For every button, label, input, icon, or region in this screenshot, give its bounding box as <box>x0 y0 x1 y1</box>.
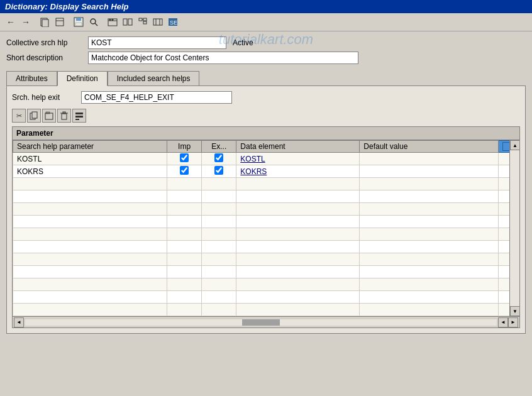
scroll-up-btn[interactable]: ▲ <box>510 140 519 150</box>
cell-param: KOKRS <box>13 165 167 178</box>
cell-exp <box>202 190 236 203</box>
cell-default-value <box>360 266 499 278</box>
cut-btn[interactable]: ✂ <box>12 109 26 123</box>
cell-param: KOSTL <box>13 153 167 165</box>
cell-exp <box>202 253 236 266</box>
svg-text:SE: SE <box>170 19 177 26</box>
vertical-scrollbar[interactable]: ▲ ▼ <box>509 140 519 316</box>
cell-imp <box>167 216 202 228</box>
horizontal-scrollbar[interactable]: ◄ ◄ ► <box>13 316 519 327</box>
new-session-btn[interactable] <box>38 15 52 29</box>
more-btn[interactable] <box>72 109 86 123</box>
tab-included-search-helps[interactable]: Included search helps <box>108 71 200 86</box>
exp-checkbox[interactable] <box>214 153 223 162</box>
cell-exp <box>202 266 236 278</box>
short-description-label: Short description <box>6 53 88 62</box>
tree-btn[interactable] <box>136 15 150 29</box>
imp-checkbox[interactable] <box>180 166 189 175</box>
data-element-link[interactable]: KOSTL <box>240 155 265 163</box>
cell-exp <box>202 291 236 304</box>
svg-point-7 <box>91 19 96 24</box>
parameter-table-section: Parameter Search help parameter Imp Ex..… <box>12 126 520 328</box>
cell-default-value <box>360 304 499 316</box>
short-description-input[interactable] <box>88 52 358 64</box>
scroll-right-last-btn[interactable]: ► <box>508 317 518 327</box>
cell-data-element <box>236 190 360 203</box>
svg-rect-16 <box>143 21 147 24</box>
main-toolbar: ← → SE tutorialkart.com <box>0 13 532 31</box>
cell-data-element <box>236 216 360 228</box>
scroll-down-btn[interactable]: ▼ <box>510 306 519 316</box>
table-row: KOKRSKOKRS <box>13 165 519 178</box>
tab-definition[interactable]: Definition <box>57 71 108 86</box>
cell-default-value <box>360 216 499 228</box>
cell-imp <box>167 228 202 241</box>
cell-param <box>13 291 167 304</box>
exp-checkbox[interactable] <box>214 166 223 175</box>
cell-imp <box>167 190 202 203</box>
cell-imp <box>167 178 202 190</box>
table-row <box>13 216 519 228</box>
svg-rect-25 <box>32 112 37 118</box>
cell-param <box>13 216 167 228</box>
table-row <box>13 278 519 291</box>
svg-rect-5 <box>76 18 81 21</box>
cell-default-value <box>360 203 499 216</box>
data-element-link[interactable]: KOKRS <box>240 167 267 176</box>
cell-imp <box>167 203 202 216</box>
table-row <box>13 190 519 203</box>
status-text: Active <box>233 38 253 47</box>
close-mode-btn[interactable] <box>53 15 67 29</box>
title-text: Dictionary: Display Search Help <box>5 2 129 11</box>
cell-exp <box>202 178 236 190</box>
scroll-track-v <box>510 150 519 306</box>
scroll-right-first-btn[interactable]: ◄ <box>498 317 508 327</box>
collective-srch-hlp-input[interactable] <box>88 36 226 49</box>
delete-btn[interactable] <box>57 109 71 123</box>
find-btn[interactable] <box>87 15 101 29</box>
table-row <box>13 266 519 278</box>
cell-imp <box>167 253 202 266</box>
save-btn[interactable] <box>72 15 86 29</box>
cell-data-element: KOKRS <box>236 165 360 178</box>
back-btn[interactable]: ← <box>4 15 18 29</box>
svg-rect-13 <box>123 19 127 25</box>
cell-imp <box>167 165 202 178</box>
cell-exp <box>202 216 236 228</box>
cell-default-value <box>360 190 499 203</box>
tab-attributes[interactable]: Attributes <box>6 71 57 86</box>
cell-data-element <box>236 291 360 304</box>
cell-exp <box>202 228 236 241</box>
cell-exp <box>202 304 236 316</box>
cell-data-element <box>236 266 360 278</box>
table-row <box>13 203 519 216</box>
srch-help-exit-input[interactable] <box>81 91 232 104</box>
paste-btn[interactable] <box>42 109 56 123</box>
svg-point-12 <box>112 19 114 21</box>
main-content: Collective srch hlp Active Short descrip… <box>0 31 532 339</box>
forward-btn[interactable]: → <box>19 15 33 29</box>
parameter-section-header: Parameter <box>13 127 519 140</box>
table-wrapper: Search help parameter Imp Ex... Data ele… <box>13 140 519 316</box>
type-btn[interactable]: SE <box>166 15 180 29</box>
settings2-btn[interactable] <box>151 15 165 29</box>
tab-container: Attributes Definition Included search he… <box>6 70 526 334</box>
cell-default-value <box>360 165 499 178</box>
cell-param <box>13 253 167 266</box>
table-row <box>13 241 519 253</box>
scroll-left-btn[interactable]: ◄ <box>14 317 24 327</box>
info-btn[interactable] <box>106 15 119 29</box>
collective-srch-hlp-label: Collective srch hlp <box>6 38 88 47</box>
copy-btn[interactable] <box>27 109 41 123</box>
svg-rect-1 <box>42 19 48 27</box>
cell-default-value <box>360 291 499 304</box>
imp-checkbox[interactable] <box>180 153 189 162</box>
layout-btn[interactable] <box>121 15 135 29</box>
cell-default-value <box>360 228 499 241</box>
cell-default-value <box>360 153 499 165</box>
svg-point-11 <box>109 19 111 21</box>
scroll-track-h <box>25 319 497 326</box>
cell-param <box>13 228 167 241</box>
srch-help-exit-row: Srch. help exit <box>12 91 520 104</box>
cell-data-element <box>236 203 360 216</box>
